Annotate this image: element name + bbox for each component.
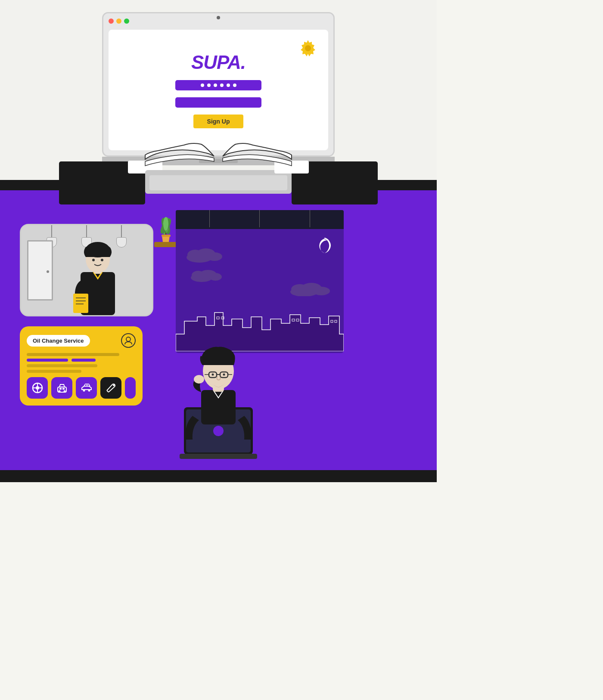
svg-point-1 — [305, 45, 311, 51]
svg-point-31 — [88, 390, 90, 392]
dot-red[interactable] — [109, 19, 114, 24]
hands-container — [59, 127, 378, 204]
svg-point-12 — [92, 259, 95, 261]
accent-line-2 — [71, 359, 96, 362]
supa-logo: SUPA. — [191, 52, 246, 73]
cloud-2 — [189, 267, 227, 284]
extra-icon-partial — [125, 377, 136, 399]
svg-point-30 — [83, 390, 85, 392]
line-1 — [27, 353, 119, 356]
svg-rect-29 — [62, 388, 65, 390]
svg-point-13 — [101, 259, 103, 261]
accent-line-row — [27, 359, 136, 362]
cloud-1 — [184, 245, 227, 264]
line-2 — [27, 364, 97, 367]
svg-point-68 — [213, 426, 224, 436]
line-3 — [27, 370, 81, 373]
svg-point-51 — [207, 252, 222, 261]
service-icons-row — [27, 377, 136, 399]
video-call-card — [20, 224, 153, 316]
person-in-call — [70, 233, 126, 315]
svg-point-37 — [163, 217, 168, 231]
cloud-3 — [288, 280, 335, 298]
bottom-bar — [0, 470, 437, 482]
svg-point-26 — [58, 390, 60, 393]
svg-rect-69 — [180, 454, 257, 459]
gear-icon[interactable] — [296, 37, 320, 62]
service-lines — [27, 353, 136, 373]
video-background — [21, 225, 152, 315]
plant — [154, 211, 178, 242]
hands-svg — [59, 127, 378, 204]
door-frame — [27, 240, 53, 300]
service-title-pill: Oil Change Service — [27, 335, 90, 347]
car-front-icon-box[interactable] — [51, 377, 72, 399]
svg-rect-5 — [149, 175, 287, 190]
text-field[interactable] — [175, 97, 261, 108]
svg-point-18 — [126, 337, 131, 341]
service-avatar-icon — [121, 333, 136, 348]
wheel-icon-box[interactable] — [27, 377, 48, 399]
svg-rect-70 — [201, 390, 236, 424]
svg-point-79 — [223, 374, 225, 376]
dot-green[interactable] — [124, 19, 129, 24]
svg-point-33 — [113, 384, 115, 386]
signup-button[interactable]: Sign Up — [193, 115, 244, 128]
moon — [315, 237, 332, 255]
svg-point-80 — [194, 375, 204, 384]
wrench-icon-box[interactable] — [100, 377, 121, 399]
webcam-dot — [217, 16, 220, 19]
svg-rect-39 — [162, 235, 171, 237]
svg-point-78 — [212, 374, 214, 376]
service-card-header: Oil Change Service — [27, 333, 136, 348]
password-field[interactable] — [175, 80, 261, 90]
svg-rect-14 — [73, 294, 88, 313]
svg-point-55 — [209, 273, 222, 281]
service-card: Oil Change Service — [20, 326, 143, 406]
svg-point-20 — [36, 386, 39, 390]
dot-yellow[interactable] — [116, 19, 121, 24]
night-box-lid — [176, 210, 344, 229]
accent-line-1 — [27, 359, 68, 362]
person-at-desk — [158, 330, 279, 469]
svg-point-59 — [313, 287, 330, 295]
svg-rect-28 — [59, 388, 62, 390]
svg-point-27 — [63, 390, 65, 393]
car-side-icon-box[interactable] — [76, 377, 97, 399]
